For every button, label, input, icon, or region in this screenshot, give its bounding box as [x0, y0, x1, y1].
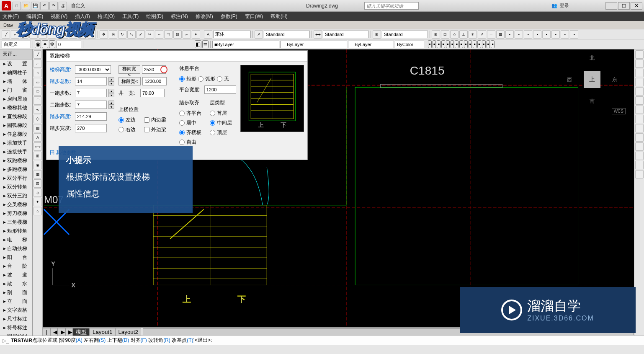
rt-3-icon[interactable] — [635, 69, 644, 77]
help-search-input[interactable] — [364, 2, 419, 10]
radio-mid[interactable] — [210, 120, 215, 126]
sidebar-item-7[interactable]: ▸ 圆弧梯段 — [0, 121, 32, 130]
tb-m15-icon[interactable]: ▪ — [491, 40, 495, 48]
tab-layout2[interactable]: Layout2 — [115, 328, 141, 336]
radio-left[interactable] — [118, 117, 124, 123]
vt-5-icon[interactable]: ⬭ — [33, 87, 42, 96]
tb-move-icon[interactable]: ✥ — [100, 30, 108, 39]
rt-14-icon[interactable] — [635, 170, 644, 178]
rt-11-icon[interactable] — [635, 142, 644, 151]
radio-first[interactable] — [210, 111, 215, 116]
sidebar-item-22[interactable]: ▸ 阳 台 — [0, 253, 32, 262]
vt-10-icon[interactable]: A — [33, 133, 42, 142]
tb-offset-icon[interactable]: ⇉ — [164, 30, 173, 39]
sidebar-item-28[interactable]: ▸ 文字表格 — [0, 306, 32, 315]
radio-align-pt[interactable] — [179, 111, 185, 116]
tb-copy-icon[interactable]: ⎘ — [109, 30, 117, 39]
menu-draw[interactable]: 绘图(D) — [146, 13, 163, 20]
tab-nav-next-icon[interactable]: ▶ — [58, 328, 65, 336]
vt-6-icon[interactable]: ⌒ — [33, 96, 42, 105]
tb-x5-icon[interactable]: ▪ — [542, 30, 551, 39]
tb-m8-icon[interactable]: ▪ — [459, 40, 463, 48]
dimstyle-combo[interactable]: Standard — [323, 31, 369, 38]
rt-7-icon[interactable] — [635, 106, 644, 114]
rt-6-icon[interactable] — [635, 96, 644, 105]
sidebar-item-12[interactable]: ▸ 多跑楼梯 — [0, 165, 32, 174]
menu-modify[interactable]: 修改(M) — [196, 13, 213, 20]
plotstyle-combo[interactable]: ByColor — [395, 41, 424, 48]
tb-layeriso-icon[interactable]: ✦ — [42, 40, 48, 48]
tb-lprop-icon[interactable]: ◧ — [195, 40, 201, 48]
sidebar-item-30[interactable]: ▸ 符号标注 — [0, 323, 32, 332]
spin-up-icon[interactable]: ▲ — [108, 77, 114, 81]
vt-18-icon[interactable]: ⌂ — [33, 207, 42, 215]
layer-state-combo[interactable]: 0 — [56, 41, 81, 48]
font-combo[interactable]: 宋体 — [213, 31, 251, 38]
input-stair-height[interactable]: 3000.0000 — [75, 65, 111, 74]
vt-11-icon[interactable]: ⟷ — [33, 142, 42, 151]
tb-m5-icon[interactable]: ▪ — [446, 40, 450, 48]
tb-x1-icon[interactable]: ▪ — [505, 30, 514, 39]
spin-dn-icon[interactable]: ▼ — [108, 105, 114, 109]
tb-grid-icon[interactable]: ⊞ — [432, 30, 440, 39]
tb-tablestyle-icon[interactable]: ⊞ — [373, 30, 381, 39]
vt-12-icon[interactable]: ⊞ — [33, 152, 42, 160]
sidebar-item-3[interactable]: ▸ 门 窗 — [0, 86, 32, 95]
tb-x7-icon[interactable]: ▪ — [561, 30, 569, 39]
tb-m4-icon[interactable]: ▪ — [441, 40, 445, 48]
menu-edit[interactable]: 编辑(E) — [26, 13, 43, 20]
view-cube[interactable]: 北 南 西 东 上 — [567, 54, 617, 105]
tablestyle-combo[interactable]: Standard — [382, 31, 428, 38]
input-plat-w[interactable] — [204, 85, 236, 94]
qat-redo-icon[interactable]: ↷ — [49, 2, 58, 10]
tb-x8-icon[interactable]: ▪ — [570, 30, 578, 39]
spin-up-icon[interactable]: ▲ — [108, 101, 114, 105]
vt-14-icon[interactable]: ▦ — [33, 170, 42, 178]
radio-none[interactable] — [217, 76, 222, 82]
input-well[interactable] — [140, 89, 165, 97]
spin-dn-icon[interactable]: ▼ — [108, 93, 114, 97]
tb-m14-icon[interactable]: ▪ — [487, 40, 490, 48]
menu-dim[interactable]: 标注(N) — [171, 13, 188, 20]
tab-model[interactable]: 模型 — [73, 328, 90, 336]
input-run-width[interactable] — [142, 77, 167, 85]
qat-custom-label[interactable]: 自定义 — [71, 3, 85, 9]
spin-dn-icon[interactable]: ▼ — [108, 81, 114, 85]
tb-array-icon[interactable]: ⊡ — [173, 30, 182, 39]
tb-extend-icon[interactable]: ↔ — [155, 30, 163, 39]
sidebar-item-20[interactable]: ▸ 电 梯 — [0, 235, 32, 244]
menu-file[interactable]: 文件(F) — [3, 13, 19, 20]
input-step-w[interactable] — [75, 124, 107, 132]
lweight-combo[interactable]: — ByLayer — [348, 41, 394, 48]
tab-nav-last-icon[interactable]: ▶| — [65, 328, 73, 336]
radio-top[interactable] — [210, 130, 215, 135]
sidebar-item-23[interactable]: ▸ 台 阶 — [0, 262, 32, 271]
textstyle-combo[interactable]: Standard — [264, 31, 310, 38]
login-link[interactable]: 登录 — [560, 3, 569, 9]
vt-2-icon[interactable]: ⌐ — [33, 59, 42, 68]
tb-ortho-icon[interactable]: ⊥ — [459, 30, 468, 39]
vt-15-icon[interactable]: ⊡ — [33, 179, 42, 188]
spin-up-icon[interactable]: ▲ — [108, 89, 114, 93]
close-button[interactable]: ✕ — [631, 2, 642, 10]
tb-scale-icon[interactable]: ⤢ — [137, 30, 145, 39]
tab-layout1[interactable]: Layout1 — [90, 328, 115, 336]
sidebar-item-24[interactable]: ▸ 坡 道 — [0, 271, 32, 279]
tb-m7-icon[interactable]: ▪ — [455, 40, 459, 48]
tb-style-icon[interactable]: ↗ — [255, 30, 263, 39]
tb-snap-icon[interactable]: ⊡ — [441, 30, 449, 39]
sidebar-item-9[interactable]: ▸ 添加扶手 — [0, 139, 32, 147]
sidebar-item-14[interactable]: ▸ 双分转角 — [0, 183, 32, 191]
tb-x6-icon[interactable]: ▪ — [551, 30, 560, 39]
rt-1-icon[interactable] — [635, 50, 644, 59]
tb-layer-icon[interactable]: ◉ — [35, 40, 41, 48]
sidebar-item-1[interactable]: ▸ 轴网柱子 — [0, 68, 32, 77]
ltype-combo[interactable]: — ByLayer — [280, 41, 347, 48]
tb-osnap-icon[interactable]: ◇ — [450, 30, 459, 39]
tb-m6-icon[interactable]: ▪ — [451, 40, 454, 48]
radio-align-mid[interactable] — [179, 120, 185, 126]
radio-rect[interactable] — [179, 76, 185, 82]
input-step-h[interactable] — [75, 112, 107, 121]
vt-17-icon[interactable]: ✦ — [33, 198, 42, 206]
sidebar-item-5[interactable]: ▸ 楼梯其他 — [0, 103, 32, 112]
